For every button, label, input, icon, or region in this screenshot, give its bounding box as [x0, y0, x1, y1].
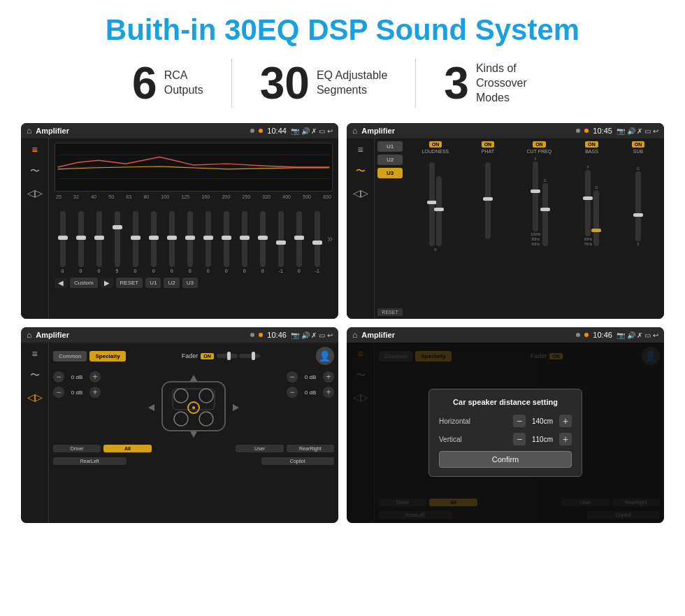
eq-svg	[55, 143, 332, 191]
horizontal-plus-btn[interactable]: +	[559, 415, 572, 427]
car-diagram-svg	[145, 371, 243, 441]
stat-label-eq: EQ AdjustableSegments	[317, 69, 387, 98]
status-dot-eq1	[250, 129, 254, 133]
eq-sidebar: ≡ 〜 ◁▷	[21, 138, 49, 319]
fader-bottom-btns: Driver All User RearRight	[53, 445, 334, 452]
dialog-vertical-ctrl: − 110cm +	[513, 433, 572, 445]
btn-rearright[interactable]: RearRight	[287, 445, 334, 452]
sidebar-wave-icon[interactable]: 〜	[30, 165, 40, 178]
fader-specialty-tab[interactable]: Specialty	[89, 351, 125, 361]
eq-u3-btn[interactable]: U3	[182, 278, 198, 288]
vol-plus-fr[interactable]: +	[323, 371, 334, 382]
vol-plus-rr[interactable]: +	[323, 387, 334, 398]
vol-ctrl-fl: − 0 dB +	[53, 371, 101, 382]
vol-value-rr: 0 dB	[301, 389, 320, 396]
eq-reset-btn[interactable]: RESET	[116, 278, 143, 288]
svg-point-8	[199, 412, 213, 426]
status-bar-eq: ⌂ Amplifier 10:44 📷 🔊 ✗ ▭ ↩	[21, 123, 338, 138]
sidebar-vol-icon[interactable]: ◁▷	[27, 187, 43, 199]
cx-reset-btn[interactable]: RESET	[377, 308, 403, 316]
eq-prev-btn[interactable]: ◀	[55, 278, 67, 288]
vol-minus-rr[interactable]: −	[287, 387, 298, 398]
vertical-plus-btn[interactable]: +	[559, 433, 572, 445]
sidebar-eq-icon[interactable]: ≡	[31, 144, 37, 155]
stat-label-crossover: Kinds ofCrossover Modes	[476, 62, 553, 105]
sidebar-cx-eq[interactable]: ≡	[357, 144, 363, 155]
btn-rearleft[interactable]: RearLeft	[53, 457, 127, 465]
status-bar-fader: ⌂ Amplifier 10:46 📷 🔊 ✗ ▭ ↩	[21, 327, 338, 343]
btn-copilot[interactable]: Copilot	[261, 457, 335, 465]
eq-custom-btn[interactable]: Custom	[70, 278, 98, 288]
svg-point-10	[192, 406, 195, 409]
status-title-eq: Amplifier	[36, 127, 246, 135]
bass-on[interactable]: ON	[585, 141, 598, 148]
status-dot-fader1	[250, 333, 254, 337]
cx-u3-btn[interactable]: U3	[377, 168, 403, 178]
eq-expand-arrow[interactable]: »	[327, 233, 333, 244]
sidebar-fader-eq[interactable]: ≡	[31, 348, 37, 359]
fader-track-1	[217, 354, 238, 358]
page-wrapper: Buith-in 30EQ DSP Sound System 6 RCAOutp…	[0, 0, 685, 537]
btn-user[interactable]: User	[236, 445, 283, 452]
status-title-fader: Amplifier	[36, 331, 246, 339]
eq-bottom-bar: ◀ Custom ▶ RESET U1 U2 U3	[55, 278, 333, 288]
loudness-on[interactable]: ON	[429, 141, 442, 148]
vol-value-rl: 0 dB	[67, 389, 87, 396]
status-bar-cx: ⌂ Amplifier 10:45 📷 🔊 ✗ ▭ ↩	[347, 123, 664, 138]
horizontal-minus-btn[interactable]: −	[513, 415, 526, 427]
vol-value-fl: 0 dB	[67, 374, 87, 380]
svg-point-6	[199, 389, 213, 403]
stat-rca: 6 RCAOutputs	[104, 61, 231, 106]
status-dot-dialog2	[584, 333, 589, 337]
dialog-vertical-row: Vertical − 110cm +	[439, 433, 572, 445]
vol-ctrl-rl: − 0 dB +	[53, 387, 101, 398]
svg-marker-13	[148, 404, 154, 411]
vol-minus-fl[interactable]: −	[53, 371, 64, 382]
eq-u1-btn[interactable]: U1	[145, 278, 161, 288]
status-dot-dialog1	[576, 333, 580, 337]
sidebar-cx-wave[interactable]: 〜	[356, 165, 366, 178]
eq-screen-content: ≡ 〜 ◁▷	[21, 138, 338, 319]
phat-on[interactable]: ON	[482, 141, 495, 148]
person-icon[interactable]: 👤	[316, 347, 334, 365]
dialog-vertical-label: Vertical	[439, 436, 462, 443]
eq-panel: 25324050 6380100125 160200250320 4005006…	[49, 138, 338, 319]
confirm-button[interactable]: Confirm	[439, 451, 572, 468]
vol-minus-rl[interactable]: −	[53, 387, 64, 398]
fader-screen-content: ≡ 〜 ◁▷ Common Specialty Fader ON	[21, 343, 338, 523]
fader-tabs: Common Specialty	[53, 351, 126, 361]
vol-plus-rl[interactable]: +	[89, 387, 101, 398]
status-time-eq: 10:44	[267, 127, 287, 135]
home-icon-dialog: ⌂	[352, 330, 357, 340]
home-icon-cx: ⌂	[352, 126, 357, 136]
btn-all[interactable]: All	[103, 445, 151, 452]
dialog-horizontal-row: Horizontal − 140cm +	[439, 415, 572, 427]
svg-point-5	[174, 389, 188, 403]
eq-u2-btn[interactable]: U2	[164, 278, 179, 288]
cx-u2-btn[interactable]: U2	[377, 155, 403, 165]
fader-screen-card: ⌂ Amplifier 10:46 📷 🔊 ✗ ▭ ↩ ≡ 〜 ◁▷ C	[21, 327, 338, 523]
dialog-overlay: Car speaker distance setting Horizontal …	[347, 343, 664, 523]
dialog-box: Car speaker distance setting Horizontal …	[428, 389, 582, 477]
fader-on-badge[interactable]: ON	[201, 353, 214, 359]
vol-minus-fr[interactable]: −	[287, 371, 298, 382]
fader-common-tab[interactable]: Common	[53, 351, 87, 361]
freq-labels: 25324050 6380100125 160200250320 4005006…	[55, 194, 333, 199]
vertical-value: 110cm	[528, 436, 556, 443]
crossover-screen-card: ⌂ Amplifier 10:45 📷 🔊 ✗ ▭ ↩ ≡ 〜 ◁▷ U1 U	[347, 123, 664, 319]
sub-on[interactable]: ON	[632, 141, 645, 148]
sidebar-fader-wave[interactable]: 〜	[30, 369, 40, 382]
vol-plus-fl[interactable]: +	[89, 371, 101, 382]
status-bar-dialog: ⌂ Amplifier 10:46 📷 🔊 ✗ ▭ ↩	[347, 327, 664, 343]
sidebar-cx-vol[interactable]: ◁▷	[353, 187, 368, 199]
sidebar-fader-vol[interactable]: ◁▷	[27, 392, 43, 403]
dialog-horizontal-ctrl: − 140cm +	[513, 415, 572, 427]
fader-label: Fader	[182, 352, 199, 359]
cx-u1-btn[interactable]: U1	[377, 141, 403, 152]
cutfreq-on[interactable]: ON	[533, 141, 546, 148]
fader-track-2	[239, 354, 260, 358]
btn-driver[interactable]: Driver	[53, 445, 101, 452]
vertical-minus-btn[interactable]: −	[513, 433, 526, 445]
status-time-dialog: 10:46	[593, 331, 612, 339]
eq-next-btn[interactable]: ▶	[101, 278, 113, 288]
